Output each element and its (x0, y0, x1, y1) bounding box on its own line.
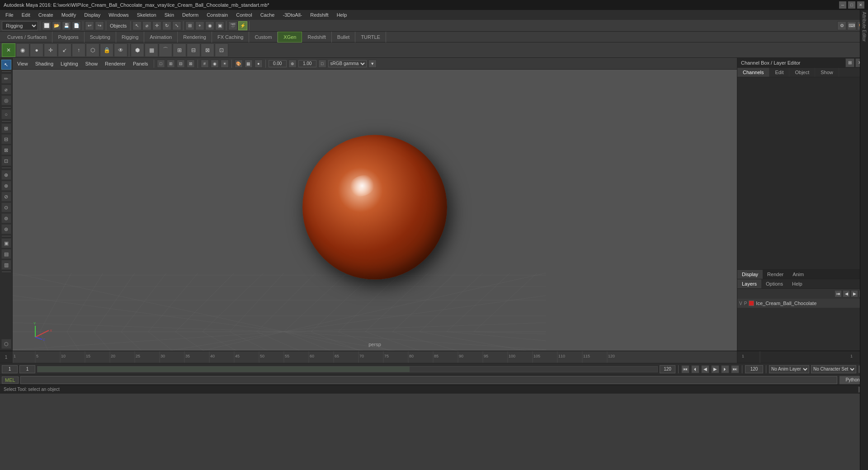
mode-dropdown[interactable]: Rigging Modeling Animation (2, 21, 38, 30)
tab-curves-surfaces[interactable]: Curves / Surfaces (2, 32, 52, 42)
anim-tab[interactable]: Anim (788, 270, 808, 279)
snap-surface-btn[interactable]: ▣ (215, 21, 224, 30)
shelf-mesh-icon[interactable]: ⬢ (131, 43, 144, 57)
vp-color-btn[interactable]: 🎨 (235, 60, 243, 68)
shelf-move-icon[interactable]: ✛ (44, 43, 57, 57)
menu-skeleton[interactable]: Skeleton (133, 11, 160, 19)
save-as-btn[interactable]: 📄 (72, 21, 81, 30)
menu-modify[interactable]: Modify (58, 11, 80, 19)
redo-btn[interactable]: ↪ (95, 21, 104, 30)
ipr-render-btn[interactable]: ⚡ (238, 21, 247, 30)
scale-tool-btn[interactable]: ⤡ (172, 21, 181, 30)
group3-btn3[interactable]: ▥ (1, 260, 11, 270)
chocolate-ball-sphere[interactable] (302, 135, 447, 280)
play-back-step-btn[interactable]: ⏴ (691, 365, 699, 373)
undo-btn[interactable]: ↩ (85, 21, 94, 30)
shelf-xgen3-icon[interactable]: ⊠ (201, 43, 214, 57)
shelf-object-icon[interactable]: ⬡ (86, 43, 99, 57)
vp-wire-btn[interactable]: ▦ (245, 60, 253, 68)
menu-control[interactable]: Control (232, 11, 255, 19)
attribute-editor-tab[interactable]: Attribute Editor (861, 10, 868, 43)
paint-tool-left[interactable]: ✏ (1, 74, 11, 84)
shelf-xgen1-icon[interactable]: ⊞ (173, 43, 186, 57)
shelf-camera-icon[interactable]: ◉ (16, 43, 29, 57)
group2-btn5[interactable]: ⊚ (1, 213, 11, 223)
tab-polygons[interactable]: Polygons (52, 32, 84, 42)
script-input[interactable] (20, 376, 837, 384)
tab-animation[interactable]: Animation (144, 32, 178, 42)
group1-btn2[interactable]: ⊟ (1, 134, 11, 144)
menu-display[interactable]: Display (80, 11, 104, 19)
group1-btn4[interactable]: ⊡ (1, 156, 11, 166)
vp-settings-btn[interactable]: ▼ (368, 60, 377, 68)
shelf-xgen4-icon[interactable]: ⊡ (215, 43, 228, 57)
lighting-menu[interactable]: Lighting (58, 60, 81, 67)
layer-row[interactable]: V P Ice_Cream_Ball_Chocolate (737, 299, 868, 308)
object-tab[interactable]: Object (789, 68, 815, 77)
play-back-btn[interactable]: ◀ (701, 365, 709, 373)
group3-btn1[interactable]: ▣ (1, 238, 11, 248)
shelf-sphere-icon[interactable]: ● (30, 43, 43, 57)
menu-constrain[interactable]: Constrain (203, 11, 231, 19)
tab-rendering[interactable]: Rendering (178, 32, 212, 42)
current-frame-input[interactable] (2, 365, 18, 373)
tab-custom[interactable]: Custom (249, 32, 278, 42)
play-fwd-btn[interactable]: ▶ (711, 365, 719, 373)
group2-btn1[interactable]: ⊕ (1, 170, 11, 180)
help-tab[interactable]: Help (788, 279, 807, 288)
select-tool-left[interactable]: ↖ (1, 60, 11, 70)
vp-tool1[interactable]: □ (157, 60, 165, 68)
hotkey-btn[interactable]: ⌨ (847, 21, 856, 30)
menu-help[interactable]: Help (333, 11, 351, 19)
shelf-select-icon[interactable]: ✕ (2, 43, 15, 57)
layer-nav-prev[interactable]: ◀ (843, 290, 850, 297)
show-menu[interactable]: Show (83, 60, 101, 67)
shelf-arrow-icon[interactable]: ↙ (58, 43, 71, 57)
move-tool-btn[interactable]: ✛ (152, 21, 161, 30)
snap-grid-btn[interactable]: ⊞ (185, 21, 194, 30)
colorspace-select[interactable]: sRGB gamma (328, 60, 367, 67)
shelf-lock-icon[interactable]: 🔒 (100, 43, 113, 57)
range-slider[interactable] (37, 366, 658, 372)
vp-grid-btn[interactable]: # (201, 60, 209, 68)
viewport[interactable]: View Shading Lighting Show Renderer Pane… (13, 58, 737, 351)
tab-fx-caching[interactable]: FX Caching (212, 32, 249, 42)
group2-btn4[interactable]: ⊙ (1, 202, 11, 212)
menu-deform[interactable]: Deform (179, 11, 202, 19)
group2-btn3[interactable]: ⊘ (1, 192, 11, 202)
menu-create[interactable]: Create (35, 11, 57, 19)
snap-curve-btn[interactable]: ⌖ (195, 21, 204, 30)
viewport-canvas[interactable]: persp X Y Z (13, 70, 737, 351)
vp-tool3[interactable]: ⊟ (177, 60, 185, 68)
group1-btn1[interactable]: ⊞ (1, 123, 11, 133)
vp-colorspace-toggle[interactable]: □ (318, 60, 326, 68)
vp-tool4[interactable]: ⊠ (187, 60, 195, 68)
tab-turtle[interactable]: TURTLE (355, 32, 386, 42)
timeline-ruler[interactable]: 1 5 10 15 20 25 30 35 40 45 50 (13, 351, 737, 363)
circle-icon-left[interactable]: ○ (1, 109, 11, 119)
sculpt-tool-left[interactable]: ⌀ (1, 85, 11, 94)
menu-3dtoa[interactable]: -3DtoAll- (279, 11, 306, 19)
anim-layer-select[interactable]: No Anim Layer (769, 365, 809, 373)
exposure-input[interactable] (269, 60, 287, 67)
select-tool-btn[interactable]: ↖ (132, 21, 142, 30)
range-end-input[interactable] (660, 365, 675, 373)
range-start-input[interactable] (19, 365, 35, 373)
vp-light-btn[interactable]: ☀ (221, 60, 229, 68)
gamma-input[interactable] (298, 60, 316, 67)
vp-cam-btn[interactable]: ◉ (211, 60, 219, 68)
panel-float-btn[interactable]: ⊞ (845, 58, 854, 67)
tab-rigging[interactable]: Rigging (116, 32, 144, 42)
render-tab[interactable]: Render (763, 270, 788, 279)
menu-edit[interactable]: Edit (18, 11, 34, 19)
menu-windows[interactable]: Windows (105, 11, 132, 19)
renderer-menu[interactable]: Renderer (102, 60, 128, 67)
lasso-tool-btn[interactable]: ⌀ (142, 21, 151, 30)
show-tab[interactable]: Show (815, 68, 839, 77)
settings-btn[interactable]: ⚙ (837, 21, 846, 30)
view-menu[interactable]: View (14, 60, 31, 67)
play-start-btn[interactable]: ⏮ (681, 365, 689, 373)
tab-xgen[interactable]: XGen (278, 32, 302, 42)
soft-select-left[interactable]: ◎ (1, 95, 11, 105)
vp-tool5[interactable]: ⊕ (288, 60, 297, 68)
